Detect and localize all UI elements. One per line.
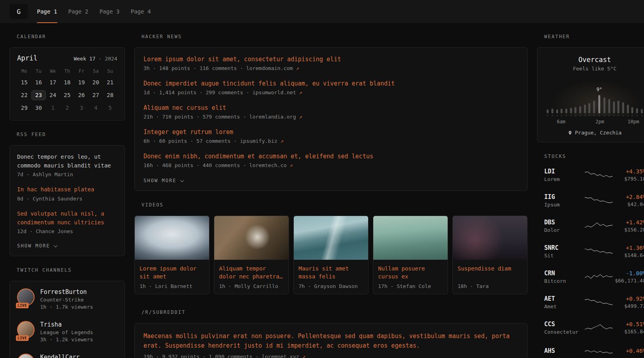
stock-row[interactable]: CCS Consectetur +0.51% $165.84 bbox=[537, 321, 644, 335]
stock-price: $165.84 bbox=[624, 329, 644, 335]
stock-symbol: DBS bbox=[544, 219, 584, 226]
hn-item-title[interactable]: Aliquam nec cursus elit bbox=[144, 104, 518, 111]
subreddit-post-meta: 19h · 9,932 points · 1,090 comments · lo… bbox=[144, 354, 518, 358]
tab-page-2[interactable]: Page 2 bbox=[63, 0, 94, 23]
rss-item-title[interactable]: Donec tempor eros leo, ut commodo mauris… bbox=[17, 153, 117, 170]
external-link-icon[interactable]: ↗ bbox=[280, 138, 283, 144]
chevron-down-icon bbox=[180, 178, 184, 182]
stock-name: Amet bbox=[544, 304, 584, 309]
stock-row[interactable]: IIG Ipsum +2.84% $42.04 bbox=[537, 193, 644, 208]
calendar-date: 19 bbox=[74, 78, 89, 88]
tab-page-3[interactable]: Page 3 bbox=[94, 0, 125, 23]
twitch-widget: LIVE ForrestBurton Counter-Strike 1h · 1… bbox=[10, 281, 125, 358]
weather-bar-chart: 9° bbox=[544, 78, 644, 116]
rss-show-more-button[interactable]: SHOW MORE bbox=[17, 243, 56, 249]
stock-sparkline bbox=[584, 221, 613, 231]
show-more-label: SHOW MORE bbox=[144, 178, 177, 183]
stock-name: Lorem bbox=[544, 176, 584, 182]
stock-id: CRN Bitcorn bbox=[544, 270, 584, 284]
avatar bbox=[17, 354, 35, 358]
stock-id: AHS bbox=[544, 347, 584, 356]
video-card[interactable]: Lorem ipsum dolor sit amet consectetu… 1… bbox=[134, 216, 209, 294]
videos-row: Lorem ipsum dolor sit amet consectetu… 1… bbox=[134, 216, 528, 294]
stock-row[interactable]: SNRC Sit +1.36% $148.64 bbox=[537, 244, 644, 259]
video-thumbnail bbox=[294, 216, 368, 260]
video-meta: 18h · Tara bbox=[458, 283, 522, 289]
external-link-icon[interactable]: ↗ bbox=[299, 90, 302, 95]
channel-game: Counter-Strike bbox=[40, 297, 93, 303]
video-info: Nullam posuere cursus ex 17h · Stefan Co… bbox=[373, 260, 448, 294]
stock-values: +0.46% bbox=[626, 348, 644, 355]
separator-dot: · bbox=[99, 56, 102, 62]
hn-item-meta-text: 6h · 60 points · 57 comments · ipsumify.… bbox=[144, 138, 277, 144]
hackernews-show-more-button[interactable]: SHOW MORE bbox=[144, 178, 183, 183]
video-title: Mauris sit amet massa felis bbox=[299, 265, 363, 281]
stock-row[interactable]: CRN Bitcorn -1.00% $66,171.48 bbox=[537, 270, 644, 284]
stock-name: Sit bbox=[544, 253, 584, 259]
subreddit-post-title[interactable]: Maecenas mollis pulvinar erat non posuer… bbox=[144, 331, 518, 350]
hn-item-title[interactable]: Donec enim nibh, condimentum et accumsan… bbox=[144, 153, 518, 160]
stock-row[interactable]: DBS Dolor +1.42% $156.28 bbox=[537, 219, 644, 233]
calendar-day-header: Sa bbox=[89, 67, 103, 75]
hn-item-title[interactable]: Integer eget rutrum lorem bbox=[144, 128, 518, 136]
tab-page-1[interactable]: Page 1 bbox=[31, 0, 63, 23]
stock-name: Dolor bbox=[544, 227, 584, 233]
external-link-icon[interactable]: ↗ bbox=[290, 162, 293, 168]
calendar-date-next-month: 4 bbox=[89, 103, 103, 113]
external-link-icon[interactable]: ↗ bbox=[299, 114, 302, 120]
twitch-channel[interactable]: KendallCarr bbox=[17, 354, 117, 358]
weather-peak-temp: 9° bbox=[596, 87, 602, 92]
video-title: Suspendisse diam bbox=[458, 265, 522, 281]
hn-item-title[interactable]: Lorem ipsum dolor sit amet, consectetur … bbox=[144, 56, 518, 63]
calendar-day-header: Fr bbox=[74, 67, 89, 75]
hn-item-meta: 1d · 1,414 points · 299 comments · ipsum… bbox=[144, 90, 518, 95]
video-info: Lorem ipsum dolor sit amet consectetu… 1… bbox=[135, 260, 209, 294]
twitch-channel[interactable]: LIVE Trisha League of Legends 3h · 1.2k … bbox=[17, 321, 117, 342]
calendar-day-header: Mo bbox=[17, 67, 31, 75]
topbar: G Page 1 Page 2 Page 3 Page 4 bbox=[0, 0, 644, 23]
videos-section-title: VIDEOS bbox=[134, 202, 528, 208]
video-card[interactable]: Mauris sit amet massa felis 7h · Grayson… bbox=[293, 216, 369, 294]
stock-symbol: LDI bbox=[544, 168, 584, 175]
channel-meta: 1h · 1.7k viewers bbox=[40, 304, 93, 310]
calendar-date: 28 bbox=[103, 90, 117, 100]
stock-change: +2.84% bbox=[626, 194, 644, 200]
calendar-day-header: Su bbox=[103, 67, 117, 75]
rss-item-title[interactable]: In hac habitasse platea bbox=[17, 185, 117, 194]
stock-row[interactable]: AHS +0.46% bbox=[537, 346, 644, 356]
dashboard: CALENDAR April Week 17 · 2024 Mo Tu We T… bbox=[0, 23, 644, 358]
channel-name: KendallCarr bbox=[40, 354, 80, 358]
stock-name: Bitcorn bbox=[544, 278, 584, 284]
stock-id: AET Amet bbox=[544, 295, 584, 309]
stock-values: -1.00% $66,171.48 bbox=[615, 270, 644, 284]
rss-item-title[interactable]: Sed volutpat nulla nisl, a condimentum n… bbox=[17, 210, 117, 227]
video-meta: 7h · Grayson Dawson bbox=[299, 283, 363, 289]
stock-sparkline bbox=[584, 346, 613, 356]
twitch-channel[interactable]: LIVE ForrestBurton Counter-Strike 1h · 1… bbox=[17, 288, 117, 310]
stock-name: Consectetur bbox=[544, 329, 584, 335]
external-link-icon[interactable]: ↗ bbox=[296, 65, 299, 71]
hn-item-title[interactable]: Donec imperdiet augue tincidunt felis al… bbox=[144, 80, 518, 87]
video-card[interactable]: Suspendisse diam 18h · Tara bbox=[452, 216, 528, 294]
chevron-down-icon bbox=[54, 243, 58, 247]
calendar-date-next-month: 5 bbox=[103, 103, 117, 113]
video-card[interactable]: Nullam posuere cursus ex 17h · Stefan Co… bbox=[373, 216, 448, 294]
calendar-header: April Week 17 · 2024 bbox=[17, 54, 117, 62]
hn-item-meta-text: 16h · 468 points · 440 comments · loremt… bbox=[144, 162, 287, 168]
stock-row[interactable]: AET Amet +0.92% $499.72 bbox=[537, 295, 644, 309]
tab-page-4[interactable]: Page 4 bbox=[125, 0, 157, 23]
calendar-week-year: Week 17 · 2024 bbox=[74, 56, 117, 62]
app-logo[interactable]: G bbox=[10, 4, 28, 19]
external-link-icon[interactable]: ↗ bbox=[302, 354, 305, 358]
video-card[interactable]: Aliquam tempor dolor nec pharetra… 1h · … bbox=[214, 216, 289, 294]
stock-id: CCS Consectetur bbox=[544, 321, 584, 335]
subreddit-widget: Maecenas mollis pulvinar erat non posuer… bbox=[134, 323, 528, 358]
hn-item: Integer eget rutrum lorem 6h · 60 points… bbox=[144, 128, 518, 144]
stock-symbol: AET bbox=[544, 295, 584, 302]
stock-price: $156.28 bbox=[624, 227, 644, 233]
calendar-date: 29 bbox=[17, 103, 31, 113]
rss-section-title: RSS FEED bbox=[10, 132, 125, 137]
weather-location-text: Prague, Czechia bbox=[575, 130, 621, 136]
stock-row[interactable]: LDI Lorem +4.35% $795.18 bbox=[537, 168, 644, 182]
calendar-year: 2024 bbox=[105, 56, 117, 62]
